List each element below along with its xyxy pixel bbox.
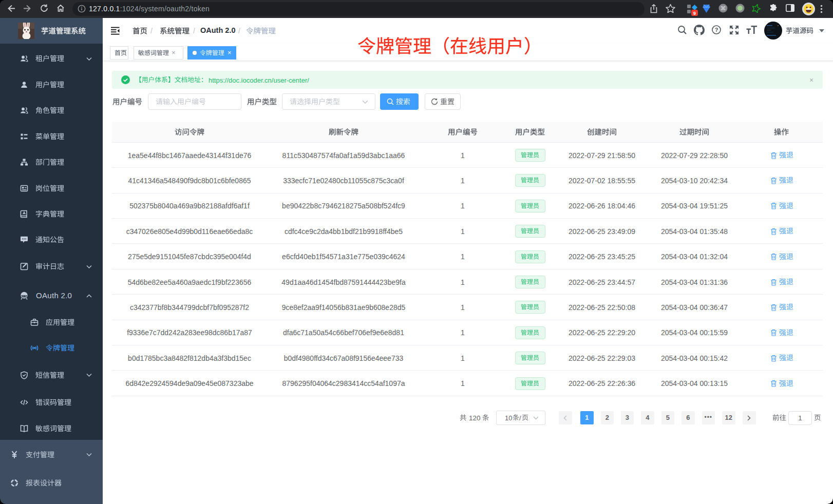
svg-text:9: 9 — [693, 10, 696, 16]
svg-text:⌘: ⌘ — [721, 5, 726, 11]
svg-text:?: ? — [715, 27, 718, 33]
